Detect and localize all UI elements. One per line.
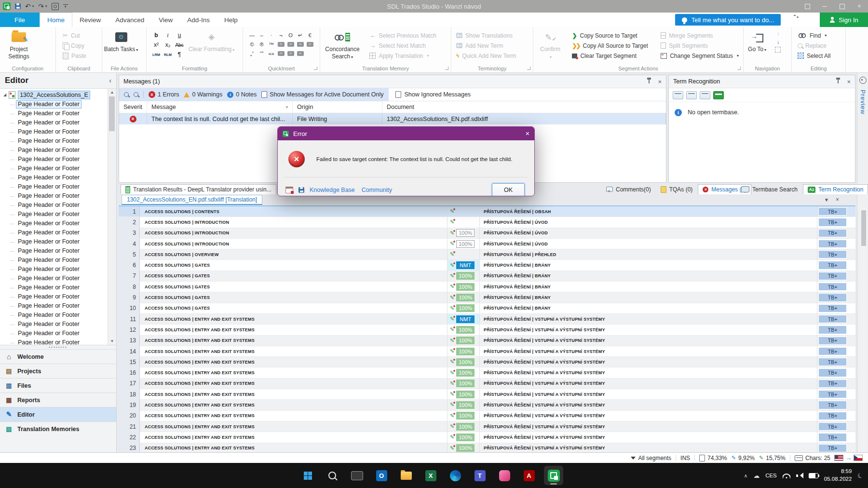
tree-item[interactable]: Page Header or Footer bbox=[0, 246, 108, 256]
insert-tag-button[interactable]: ‹› bbox=[296, 50, 304, 57]
format-button-u[interactable]: u bbox=[178, 32, 181, 39]
ok-button[interactable]: OK bbox=[492, 183, 525, 196]
close-button[interactable]: × bbox=[851, 0, 868, 13]
target-cell[interactable]: PŘÍSTUPOVÁ ŘEŠENÍ | ÚVOD bbox=[480, 217, 817, 227]
tree-item[interactable]: Page Header or Footer bbox=[0, 182, 108, 191]
customize-toolbar-icon[interactable]: ▾ bbox=[63, 4, 68, 9]
preview-icon[interactable] bbox=[52, 3, 59, 10]
ribbon-tab-help[interactable]: Help bbox=[217, 13, 245, 27]
quickinsert-symbol-button[interactable]: ¬ bbox=[277, 32, 285, 39]
tree-item[interactable]: Page Header or Footer bbox=[0, 155, 108, 164]
project-settings-button[interactable]: Project Settings bbox=[0, 27, 38, 60]
pin-icon[interactable] bbox=[838, 80, 839, 83]
merge-segments-button[interactable]: Merge Segments bbox=[658, 31, 742, 40]
split-segments-button[interactable]: Split Segments bbox=[658, 41, 742, 50]
taskbar-start-icon[interactable] bbox=[298, 466, 317, 485]
source-cell[interactable]: ACCESS SOLUTIONS | GATES bbox=[140, 292, 448, 302]
tree-item[interactable]: Page Header or Footer bbox=[0, 237, 108, 246]
knowledge-base-link[interactable]: Knowledge Base bbox=[310, 187, 355, 193]
apply-translation-button[interactable]: Apply Translation▾ bbox=[366, 52, 439, 60]
termbase-settings-icon[interactable] bbox=[700, 91, 710, 99]
scroll-up-icon[interactable]: ▲ bbox=[108, 90, 116, 95]
hidden-icons-caret[interactable]: ∧ bbox=[744, 473, 747, 478]
document-tab[interactable]: 1302_AccessSolutions_EN.pdf.sdlxliff [Tr… bbox=[122, 195, 262, 205]
ribbon-tab-add-ins[interactable]: Add-Ins bbox=[180, 13, 217, 27]
source-cell[interactable]: ACCESS SOLUTIONS | OVERVIEW bbox=[140, 249, 448, 259]
pin-icon[interactable] bbox=[649, 80, 650, 83]
collapse-panel-icon[interactable]: ‹ bbox=[109, 77, 111, 84]
taskbar-trados-icon[interactable] bbox=[544, 466, 563, 485]
termbase-viewer-icon[interactable] bbox=[673, 91, 683, 99]
format-button-i[interactable]: i bbox=[167, 32, 168, 39]
source-cell[interactable]: ACCESS SOLUTIONS | ENTRY AND EXIT SYSTEM… bbox=[140, 325, 448, 335]
source-cell[interactable]: ACCESS SOLUTIONS | ENTRY AND EXIT SYSTEM… bbox=[140, 443, 448, 452]
quickinsert-symbol-button[interactable]: – bbox=[258, 32, 266, 39]
find-button[interactable]: Find▾ bbox=[795, 31, 833, 40]
taskbar-clock[interactable]: 8:59 05.08.2022 bbox=[824, 468, 852, 483]
preview-tab[interactable]: Preview bbox=[859, 90, 866, 114]
select-next-match-button[interactable]: →Select Next Match bbox=[366, 41, 439, 50]
target-cell[interactable]: PŘÍSTUPOVÁ ŘEŠENÍ | BRÁNY bbox=[480, 271, 817, 281]
source-cell[interactable]: ACCESS SOLUTIONS | GATES bbox=[140, 303, 448, 313]
tree-item[interactable]: Page Header or Footer bbox=[0, 164, 108, 173]
source-cell[interactable]: ACCESS SOLUTIONS | ENTRY AND EXIT SYSTEM… bbox=[140, 379, 448, 389]
target-cell[interactable]: PŘÍSTUPOVÁ ŘEŠENÍ | VSTUPNÍ A VÝSTUPNÍ S… bbox=[480, 432, 817, 442]
ribbon-options-button[interactable] bbox=[799, 0, 816, 13]
source-cell[interactable]: ACCESS SOLUTIONS | ENTRY AND EXIT SYSTEM… bbox=[140, 432, 448, 442]
tree-item[interactable]: Page Header or Footer bbox=[0, 109, 108, 118]
close-icon[interactable]: × bbox=[526, 130, 529, 137]
quickinsert-symbol-button[interactable]: © bbox=[248, 41, 256, 48]
target-cell[interactable]: PŘÍSTUPOVÁ ŘEŠENÍ | PŘEHLED bbox=[480, 249, 817, 259]
cut-button[interactable]: ✂Cut bbox=[60, 31, 89, 40]
target-cell[interactable]: PŘÍSTUPOVÁ ŘEŠENÍ | VSTUPNÍ A VÝSTUPNÍ S… bbox=[480, 325, 817, 335]
tree-scrollbar[interactable]: ▲ ▼ bbox=[108, 89, 116, 345]
tree-item[interactable]: Page Header or Footer bbox=[0, 311, 108, 320]
previous-segment-icon[interactable]: ↑ bbox=[776, 31, 779, 37]
quickinsert-symbol-button[interactable]: ↵ bbox=[296, 32, 304, 39]
language-pair[interactable]: → bbox=[835, 454, 862, 461]
format-button-b[interactable]: b bbox=[154, 32, 158, 39]
translation-results-tab[interactable]: Translation Results - DeepL Translator p… bbox=[121, 184, 276, 194]
target-cell[interactable]: PŘÍSTUPOVÁ ŘEŠENÍ | VSTUPNÍ A VÝSTUPNÍ S… bbox=[480, 314, 817, 324]
tree-item[interactable]: Page Header or Footer bbox=[0, 127, 108, 136]
tree-item[interactable]: Page Header or Footer bbox=[0, 292, 108, 301]
insert-tag-button[interactable]: ‹› bbox=[277, 41, 285, 48]
tree-item[interactable]: Page Header or Footer bbox=[0, 173, 108, 182]
tree-item[interactable]: Page Header or Footer bbox=[0, 274, 108, 283]
sidebar-item-files[interactable]: Files bbox=[0, 378, 116, 393]
tree-root-node[interactable]: ◢ 1302_AccessSolutions_E bbox=[0, 90, 108, 100]
copy-all-source-to-target-button[interactable]: ❯❯Copy All Source to Target bbox=[569, 41, 651, 50]
source-cell[interactable]: ACCESS SOLUTIONS | GATES bbox=[140, 260, 448, 270]
quick-add-new-term-button[interactable]: ϟQuick Add New Term bbox=[453, 52, 519, 60]
taskbar-edge-icon[interactable] bbox=[446, 466, 465, 485]
target-cell[interactable]: PŘÍSTUPOVÁ ŘEŠENÍ | VSTUPNÍ A VÝSTUPNÍ S… bbox=[480, 367, 817, 378]
target-cell[interactable]: PŘÍSTUPOVÁ ŘEŠENÍ | BRÁNY bbox=[480, 292, 817, 302]
quickinsert-symbol-button[interactable]: «» bbox=[267, 50, 275, 57]
copy-source-to-target-button[interactable]: ❯Copy Source to Target bbox=[569, 31, 651, 40]
source-cell[interactable]: ACCESS SOLUTIONS | ENTRY AND EXIT SYSTEM… bbox=[140, 314, 448, 324]
taskbar-explorer-icon[interactable] bbox=[396, 466, 416, 485]
sidebar-item-translation-memories[interactable]: Translation Memories bbox=[0, 421, 116, 436]
onedrive-cloud-icon[interactable]: ☁ bbox=[753, 473, 760, 479]
confirm-button[interactable]: Confirm▾ bbox=[533, 27, 567, 60]
ribbon-tab-file[interactable]: File bbox=[0, 13, 40, 27]
tree-item[interactable]: Page Header or Footer bbox=[0, 283, 108, 292]
show-translations-button[interactable]: AzShow Translations bbox=[453, 31, 519, 40]
language-indicator[interactable]: CES bbox=[765, 473, 777, 478]
save-log-icon[interactable] bbox=[298, 187, 304, 193]
format-button-abc[interactable]: Abc bbox=[175, 42, 183, 48]
tree-item[interactable]: Page Header or Footer bbox=[0, 219, 108, 228]
target-cell[interactable]: PŘÍSTUPOVÁ ŘEŠENÍ | VSTUPNÍ A VÝSTUPNÍ S… bbox=[480, 389, 817, 399]
tree-item[interactable]: Page Header or Footer bbox=[0, 329, 108, 338]
tree-item[interactable]: Page Header or Footer bbox=[0, 118, 108, 127]
target-cell[interactable]: PŘÍSTUPOVÁ ŘEŠENÍ | BRÁNY bbox=[480, 303, 817, 313]
concordance-search-button[interactable]: Concordance Search▾ bbox=[320, 27, 365, 60]
paste-button[interactable]: Paste bbox=[60, 52, 89, 60]
format-button-lrm[interactable]: LRM bbox=[152, 53, 160, 57]
insert-tag-button[interactable]: ‹› bbox=[306, 41, 314, 48]
sidebar-item-projects[interactable]: Projects bbox=[0, 364, 116, 378]
target-cell[interactable]: PŘÍSTUPOVÁ ŘEŠENÍ | ÚVOD bbox=[480, 239, 817, 249]
quickinsert-symbol-button[interactable]: “” bbox=[258, 50, 266, 57]
source-cell[interactable]: ACCESS SOLUTIONS | ENTRY AND EXIT SYSTEM… bbox=[140, 357, 448, 367]
source-cell[interactable]: ACCESS SOLUTIONS | ENTRY AND EXIT SYSTEM… bbox=[140, 346, 448, 356]
